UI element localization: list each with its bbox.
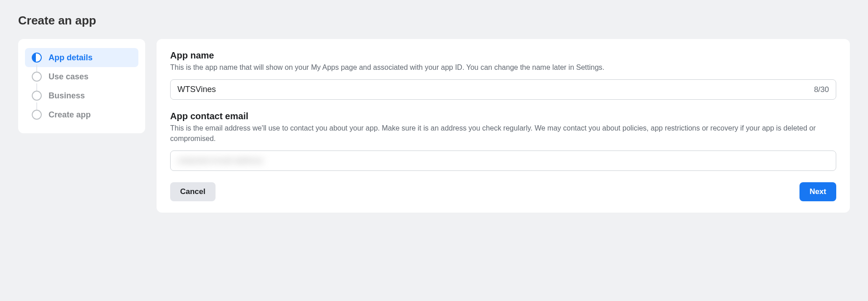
step-label: App details xyxy=(49,53,93,63)
contact-email-input-wrapper[interactable] xyxy=(170,150,836,171)
app-name-input[interactable] xyxy=(177,85,809,94)
step-label: Business xyxy=(49,91,85,101)
char-counter: 8/30 xyxy=(814,85,829,94)
step-use-cases[interactable]: Use cases xyxy=(25,67,138,86)
step-indicator-icon xyxy=(32,72,42,82)
app-name-input-wrapper[interactable]: 8/30 xyxy=(170,79,836,100)
next-button[interactable]: Next xyxy=(799,182,836,201)
step-app-details[interactable]: App details xyxy=(25,48,138,67)
step-create-app[interactable]: Create app xyxy=(25,105,138,124)
page-title: Create an app xyxy=(18,14,850,28)
step-label: Use cases xyxy=(49,72,88,82)
step-indicator-icon xyxy=(32,91,42,101)
contact-email-description: This is the email address we'll use to c… xyxy=(170,123,836,144)
step-indicator-icon xyxy=(32,110,42,120)
cancel-button[interactable]: Cancel xyxy=(170,182,216,201)
form-panel: App name This is the app name that will … xyxy=(157,39,850,213)
contact-email-input[interactable] xyxy=(177,156,829,165)
step-label: Create app xyxy=(49,110,91,120)
app-name-description: This is the app name that will show on y… xyxy=(170,63,836,73)
step-business[interactable]: Business xyxy=(25,86,138,105)
contact-email-label: App contact email xyxy=(170,111,836,121)
stepper-sidebar: App details Use cases Business Create ap… xyxy=(18,39,145,133)
step-indicator-icon xyxy=(32,53,42,63)
app-name-label: App name xyxy=(170,50,836,61)
